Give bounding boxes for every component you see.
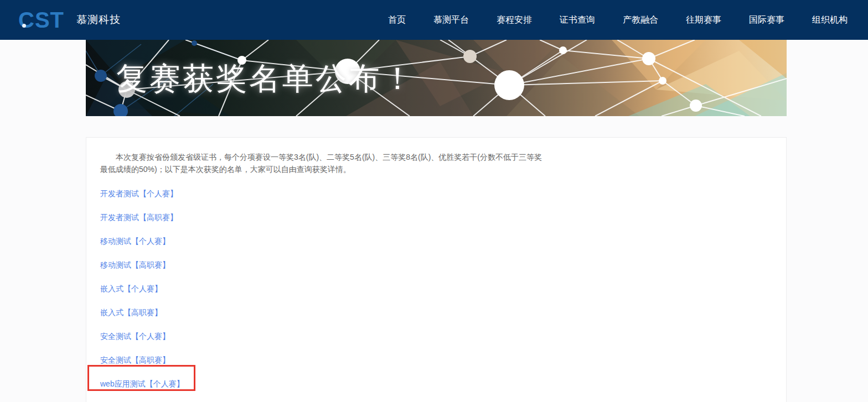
award-link[interactable]: 开发者测试【个人赛】 (100, 189, 178, 198)
top-navbar: CST 慕测科技 首页慕测平台赛程安排证书查询产教融合往期赛事国际赛事组织机构 (0, 0, 868, 40)
award-link[interactable]: 安全测试【高职赛】 (100, 356, 170, 364)
award-link-row: 移动测试【高职赛】 (100, 259, 772, 270)
award-link-row: 移动测试【个人赛】 (100, 236, 772, 247)
award-link-list: 开发者测试【个人赛】开发者测试【高职赛】移动测试【个人赛】移动测试【高职赛】嵌入… (100, 188, 772, 402)
nav-item[interactable]: 证书查询 (546, 0, 609, 40)
nav-menu: 首页慕测平台赛程安排证书查询产教融合往期赛事国际赛事组织机构 (374, 0, 868, 40)
nav-item[interactable]: 产教融合 (609, 0, 672, 40)
brand-logo[interactable]: CST 慕测科技 (18, 9, 121, 31)
nav-item[interactable]: 慕测平台 (420, 0, 483, 40)
award-link[interactable]: 嵌入式【高职赛】 (100, 308, 162, 317)
brand-name: 慕测科技 (76, 13, 121, 27)
nav-item[interactable]: 赛程安排 (483, 0, 546, 40)
award-link-row: 嵌入式【个人赛】 (100, 283, 772, 294)
award-link-row: 安全测试【高职赛】 (100, 354, 772, 366)
award-link[interactable]: 移动测试【高职赛】 (100, 260, 170, 269)
nav-item[interactable]: 国际赛事 (735, 0, 798, 40)
award-link[interactable]: 嵌入式【个人赛】 (100, 284, 162, 293)
award-link-row: 嵌入式【高职赛】 (100, 307, 772, 318)
award-announcement-card: 本次复赛按省份颁发省级证书，每个分项赛设一等奖3名(队)、二等奖5名(队)、三等… (86, 137, 787, 402)
logo-dot-icon (22, 24, 26, 28)
cst-logo-icon: CST (18, 9, 64, 31)
award-link-row: 开发者测试【高职赛】 (100, 212, 772, 223)
nav-item[interactable]: 往期赛事 (672, 0, 735, 40)
hero-banner: 复赛获奖名单公布！ (86, 40, 787, 116)
award-link[interactable]: 安全测试【个人赛】 (100, 332, 170, 341)
banner-title: 复赛获奖名单公布！ (116, 58, 415, 100)
award-link-row: web应用测试【个人赛】 (100, 378, 772, 389)
nav-item[interactable]: 组织机构 (798, 0, 861, 40)
award-link[interactable]: web应用测试【个人赛】 (100, 379, 184, 388)
intro-line-2: 最低成绩的50%)；以下是本次获奖的名单，大家可以自由查询获奖详情。 (100, 163, 772, 175)
award-link[interactable]: 开发者测试【高职赛】 (100, 213, 178, 222)
award-link-row: 安全测试【个人赛】 (100, 331, 772, 342)
award-link-row: 开发者测试【个人赛】 (100, 188, 772, 199)
intro-line-1: 本次复赛按省份颁发省级证书，每个分项赛设一等奖3名(队)、二等奖5名(队)、三等… (100, 151, 772, 163)
intro-paragraph: 本次复赛按省份颁发省级证书，每个分项赛设一等奖3名(队)、二等奖5名(队)、三等… (100, 151, 772, 175)
nav-item[interactable]: 首页 (374, 0, 420, 40)
award-link[interactable]: 移动测试【个人赛】 (100, 237, 170, 246)
